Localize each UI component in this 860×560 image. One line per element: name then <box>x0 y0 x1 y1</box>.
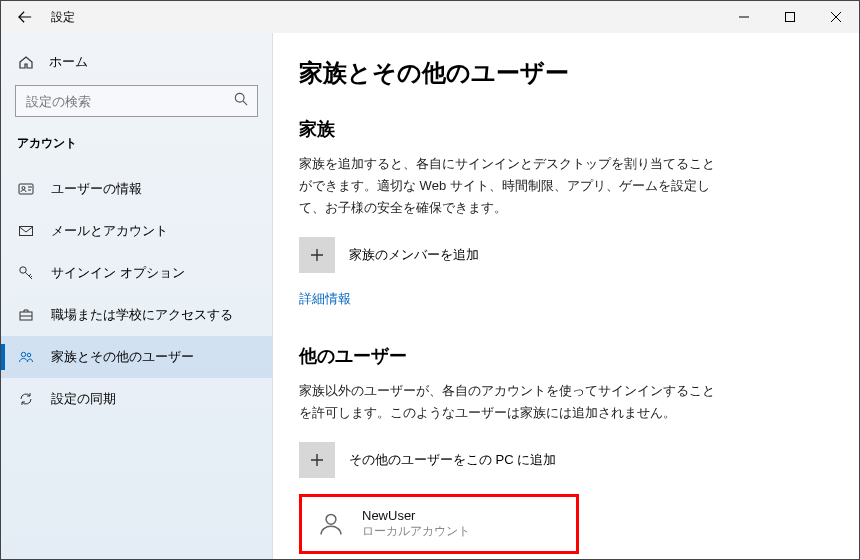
home-nav[interactable]: ホーム <box>1 47 272 85</box>
user-name: NewUser <box>362 508 470 523</box>
key-icon <box>17 265 35 281</box>
window-title: 設定 <box>51 9 75 26</box>
sidebar-item-label: 職場または学校にアクセスする <box>51 306 233 324</box>
arrow-left-icon <box>18 10 32 24</box>
close-icon <box>831 12 841 22</box>
main-content: 家族とその他のユーザー 家族 家族を追加すると、各自にサインインとデスクトップを… <box>273 33 859 559</box>
svg-rect-4 <box>20 227 33 236</box>
home-icon <box>17 54 35 70</box>
back-button[interactable] <box>9 1 41 33</box>
sidebar-item-signin-options[interactable]: サインイン オプション <box>1 252 272 294</box>
maximize-button[interactable] <box>767 1 813 33</box>
svg-rect-2 <box>19 184 33 194</box>
sidebar-item-label: 設定の同期 <box>51 390 116 408</box>
maximize-icon <box>785 12 795 22</box>
svg-point-9 <box>326 515 336 525</box>
card-icon <box>17 181 35 197</box>
sidebar-item-label: 家族とその他のユーザー <box>51 348 194 366</box>
sidebar-item-label: サインイン オプション <box>51 264 185 282</box>
plus-icon <box>299 237 335 273</box>
sidebar-item-sync[interactable]: 設定の同期 <box>1 378 272 420</box>
svg-point-1 <box>235 93 244 102</box>
sidebar-item-user-info[interactable]: ユーザーの情報 <box>1 168 272 210</box>
minimize-button[interactable] <box>721 1 767 33</box>
family-heading: 家族 <box>299 117 819 141</box>
more-info-link[interactable]: 詳細情報 <box>299 290 351 308</box>
user-account-type: ローカルアカウント <box>362 523 470 540</box>
sidebar-item-work-school[interactable]: 職場または学校にアクセスする <box>1 294 272 336</box>
plus-icon <box>299 442 335 478</box>
home-label: ホーム <box>49 53 88 71</box>
sidebar-item-email-accounts[interactable]: メールとアカウント <box>1 210 272 252</box>
svg-point-8 <box>27 353 31 357</box>
add-other-user-button[interactable]: その他のユーザーをこの PC に追加 <box>299 442 819 478</box>
sidebar-item-label: ユーザーの情報 <box>51 180 142 198</box>
people-icon <box>17 349 35 365</box>
add-other-label: その他のユーザーをこの PC に追加 <box>349 451 556 469</box>
add-family-label: 家族のメンバーを追加 <box>349 246 479 264</box>
titlebar: 設定 <box>1 1 859 33</box>
others-description: 家族以外のユーザーが、各自のアカウントを使ってサインインすることを許可します。こ… <box>299 380 719 424</box>
svg-point-5 <box>20 267 26 273</box>
svg-point-7 <box>21 352 25 356</box>
svg-point-3 <box>22 187 25 190</box>
search-input[interactable] <box>15 85 258 117</box>
sidebar-section-title: アカウント <box>1 135 272 168</box>
close-button[interactable] <box>813 1 859 33</box>
mail-icon <box>17 223 35 239</box>
add-family-member-button[interactable]: 家族のメンバーを追加 <box>299 237 819 273</box>
svg-rect-0 <box>786 13 795 22</box>
sidebar-item-family-others[interactable]: 家族とその他のユーザー <box>1 336 272 378</box>
other-user-row[interactable]: NewUser ローカルアカウント <box>299 494 579 554</box>
sidebar: ホーム アカウント ユーザーの情報 メールとアカウント <box>1 33 273 559</box>
sidebar-item-label: メールとアカウント <box>51 222 168 240</box>
user-avatar-icon <box>314 507 348 541</box>
briefcase-icon <box>17 307 35 323</box>
sync-icon <box>17 391 35 407</box>
search-icon <box>234 92 248 110</box>
page-title: 家族とその他のユーザー <box>299 57 819 89</box>
family-description: 家族を追加すると、各自にサインインとデスクトップを割り当てることができます。適切… <box>299 153 719 219</box>
minimize-icon <box>739 12 749 22</box>
others-heading: 他のユーザー <box>299 344 819 368</box>
